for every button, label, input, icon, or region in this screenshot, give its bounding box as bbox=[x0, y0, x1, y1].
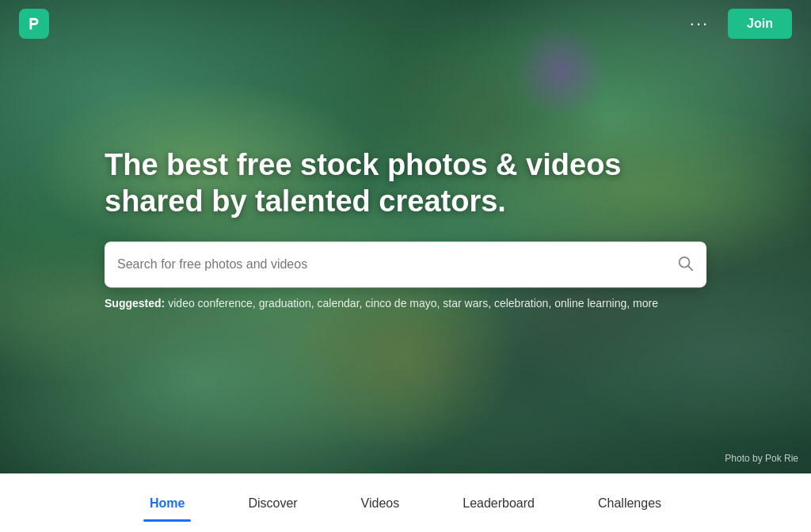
hero-title: The best free stock photos & videos shar… bbox=[105, 147, 706, 219]
nav-right: ··· Join bbox=[683, 9, 792, 39]
more-menu-button[interactable]: ··· bbox=[683, 10, 715, 37]
logo-container[interactable] bbox=[19, 9, 49, 39]
join-button[interactable]: Join bbox=[728, 9, 792, 39]
search-box bbox=[105, 241, 706, 287]
search-input[interactable] bbox=[117, 257, 676, 272]
tab-discover[interactable]: Discover bbox=[216, 487, 329, 520]
hero-content: The best free stock photos & videos shar… bbox=[105, 147, 706, 310]
search-icon[interactable] bbox=[676, 254, 694, 276]
svg-line-1 bbox=[688, 266, 692, 270]
photo-credit: Photo by Pok Rie bbox=[725, 453, 798, 464]
tab-leaderboard[interactable]: Leaderboard bbox=[431, 487, 566, 520]
suggested-row: Suggested: video conference, graduation,… bbox=[105, 297, 706, 310]
suggested-terms[interactable]: video conference, graduation, calendar, … bbox=[168, 297, 658, 310]
suggested-label: Suggested: bbox=[105, 297, 165, 310]
tab-videos[interactable]: Videos bbox=[329, 487, 432, 520]
navbar: ··· Join bbox=[0, 0, 811, 48]
tab-challenges[interactable]: Challenges bbox=[566, 487, 693, 520]
logo-icon bbox=[25, 15, 43, 32]
bottom-nav: Home Discover Videos Leaderboard Challen… bbox=[0, 473, 811, 532]
tab-home[interactable]: Home bbox=[118, 487, 216, 520]
logo-box[interactable] bbox=[19, 9, 49, 39]
hero-section: ··· Join The best free stock photos & vi… bbox=[0, 0, 811, 473]
